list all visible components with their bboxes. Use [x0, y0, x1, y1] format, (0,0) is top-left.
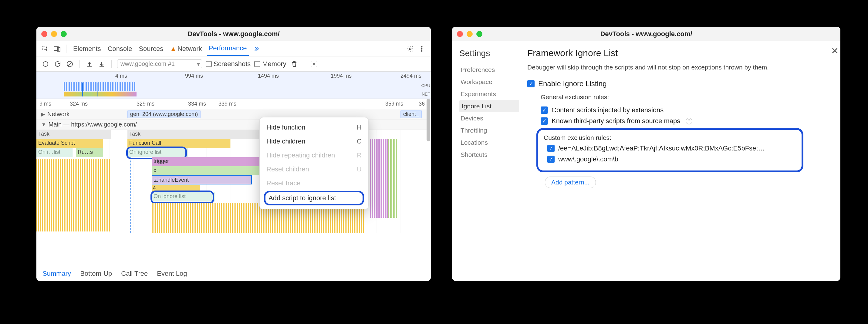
flame-stripes: [36, 159, 111, 231]
enable-ignore-listing-checkbox[interactable]: ✓ Enable Ignore Listing: [527, 79, 832, 88]
general-rule-checkbox[interactable]: ✓ Content scripts injected by extensions: [540, 106, 832, 114]
sidebar-item-preferences[interactable]: Preferences: [459, 64, 519, 76]
titlebar[interactable]: DevTools - www.google.com/: [452, 27, 840, 41]
annotation-highlight-ring: Custom exclusion rules: ✓ /ee=ALeJib:B8g…: [536, 128, 803, 172]
custom-rules-title: Custom exclusion rules:: [544, 134, 796, 141]
overview-tick: 994 ms: [185, 73, 203, 79]
window-minimize-button[interactable]: [467, 31, 473, 37]
details-tab-bottom-up[interactable]: Bottom-Up: [80, 270, 112, 278]
flame-block-ignore[interactable]: On i…list: [36, 148, 73, 157]
overview-tick: 1994 ms: [331, 73, 352, 79]
chevron-right-icon: ▶: [41, 111, 45, 117]
warning-icon: ▲: [170, 45, 177, 53]
context-menu-item-reset-children: Reset children U: [260, 162, 368, 176]
flame-chart[interactable]: Task Evaluate Script On i…list Ru…s Task…: [36, 130, 431, 233]
details-tab-summary[interactable]: Summary: [42, 270, 71, 278]
flame-block-a[interactable]: A: [152, 185, 200, 192]
devtools-main-tabs: Elements Console Sources ▲Network Perfor…: [36, 41, 431, 57]
svg-point-7: [43, 62, 48, 66]
kebab-icon[interactable]: [417, 44, 426, 53]
settings-description: Debugger will skip through the scripts a…: [527, 63, 800, 72]
sidebar-item-locations[interactable]: Locations: [459, 136, 519, 149]
flame-block-evaluate[interactable]: Evaluate Script: [36, 139, 103, 148]
tab-elements[interactable]: Elements: [71, 42, 103, 56]
tab-console[interactable]: Console: [106, 42, 134, 56]
context-menu-item-hide-children[interactable]: Hide children C: [260, 134, 368, 148]
context-menu-item-reset-trace: Reset trace: [260, 176, 368, 190]
flame-stripes: [370, 139, 388, 218]
flame-ruler[interactable]: 9 ms 324 ms 329 ms 334 ms 339 ms 359 ms …: [36, 99, 431, 109]
window-close-button[interactable]: [41, 31, 47, 37]
more-tabs-icon[interactable]: [252, 44, 260, 53]
clear-icon[interactable]: [65, 60, 74, 68]
overview-tick: 4 ms: [115, 73, 127, 79]
overview-tick: 2494 ms: [401, 73, 422, 79]
net-label: NET: [422, 92, 430, 96]
sidebar-item-ignore-list[interactable]: Ignore List: [459, 100, 519, 112]
memory-checkbox[interactable]: Memory: [254, 60, 286, 68]
overview-tick: 1494 ms: [258, 73, 279, 79]
context-menu-item-add-to-ignore-list[interactable]: Add script to ignore list: [266, 192, 363, 204]
details-tab-bar: Summary Bottom-Up Call Tree Event Log: [36, 266, 431, 281]
gear-icon[interactable]: [406, 44, 414, 53]
window-close-button[interactable]: [457, 31, 463, 37]
recording-selector-dropdown[interactable]: www.google.com #1: [117, 60, 202, 68]
window-title: DevTools - www.google.com/: [36, 30, 431, 38]
titlebar[interactable]: DevTools - www.google.com/: [36, 27, 431, 41]
download-icon[interactable]: [97, 60, 106, 68]
help-icon[interactable]: ?: [686, 118, 692, 124]
flame-block-ignore[interactable]: On ignore list: [127, 148, 188, 157]
tab-performance[interactable]: Performance: [207, 41, 249, 56]
custom-rule-checkbox[interactable]: ✓ /ee=ALeJib:B8gLwd;AfeaP:TkrAjf;Afksuc:…: [547, 144, 796, 152]
details-tab-event-log[interactable]: Event Log: [157, 270, 187, 278]
checkbox-checked-icon: ✓: [547, 156, 555, 163]
upload-icon[interactable]: [85, 60, 94, 68]
gear-icon[interactable]: [310, 60, 318, 68]
network-request[interactable]: client_: [401, 110, 422, 118]
trash-icon[interactable]: [290, 60, 299, 68]
checkbox-checked-icon: ✓: [527, 80, 534, 87]
window-minimize-button[interactable]: [51, 31, 57, 37]
screenshots-checkbox[interactable]: Screenshots: [206, 60, 251, 68]
context-menu-item-hide-repeating: Hide repeating children R: [260, 148, 368, 162]
reload-record-icon[interactable]: [53, 60, 62, 68]
chevron-down-icon: ▼: [41, 122, 46, 127]
tab-sources[interactable]: Sources: [137, 42, 165, 56]
svg-point-4: [422, 46, 422, 47]
flame-block-handle[interactable]: z.handleEvent: [152, 175, 252, 185]
flame-block-ignore[interactable]: On ignore list: [152, 192, 215, 201]
settings-sidebar-title: Settings: [459, 48, 519, 58]
sidebar-item-experiments[interactable]: Experiments: [459, 88, 519, 100]
sidebar-item-shortcuts[interactable]: Shortcuts: [459, 149, 519, 161]
sidebar-item-throttling[interactable]: Throttling: [459, 124, 519, 136]
svg-point-9: [313, 63, 315, 65]
custom-rule-checkbox[interactable]: ✓ www\.google\.com\b: [547, 155, 796, 163]
settings-sidebar: Settings Preferences Workspace Experimen…: [452, 41, 519, 281]
close-icon[interactable]: ✕: [831, 45, 839, 56]
add-pattern-button[interactable]: Add pattern...: [545, 176, 596, 188]
details-tab-call-tree[interactable]: Call Tree: [121, 270, 148, 278]
device-toolbar-icon[interactable]: [53, 44, 61, 53]
context-menu: Hide function H Hide children C Hide rep…: [259, 117, 369, 209]
sidebar-item-devices[interactable]: Devices: [459, 112, 519, 124]
timeline-overview[interactable]: 4 ms 994 ms 1494 ms 1994 ms 2494 ms CPU …: [36, 72, 431, 99]
window-zoom-button[interactable]: [61, 31, 67, 37]
context-menu-item-hide-function[interactable]: Hide function H: [260, 121, 368, 134]
general-rules-title: General exclusion rules:: [540, 93, 832, 101]
svg-point-5: [422, 48, 422, 49]
tab-network[interactable]: ▲Network: [168, 42, 204, 56]
network-request[interactable]: gen_204 (www.google.com): [127, 110, 200, 118]
window-zoom-button[interactable]: [476, 31, 483, 37]
general-rule-checkbox[interactable]: ✓ Known third-party scripts from source …: [540, 117, 832, 125]
flame-stripes: [388, 139, 398, 218]
settings-heading: Framework Ignore List: [527, 48, 832, 58]
main-track-header[interactable]: ▼ Main — https://www.google.com/: [36, 120, 431, 130]
record-icon[interactable]: [41, 60, 50, 68]
flame-block-run[interactable]: Ru…s: [76, 148, 103, 157]
flame-block-task[interactable]: Task: [36, 130, 111, 139]
sidebar-item-workspace[interactable]: Workspace: [459, 76, 519, 88]
flame-block-function[interactable]: Function Call: [127, 139, 230, 148]
inspect-element-icon[interactable]: [41, 44, 50, 53]
network-track-header[interactable]: ▶ Network gen_204 (www.google.com) clien…: [36, 109, 431, 120]
svg-point-6: [422, 51, 422, 51]
